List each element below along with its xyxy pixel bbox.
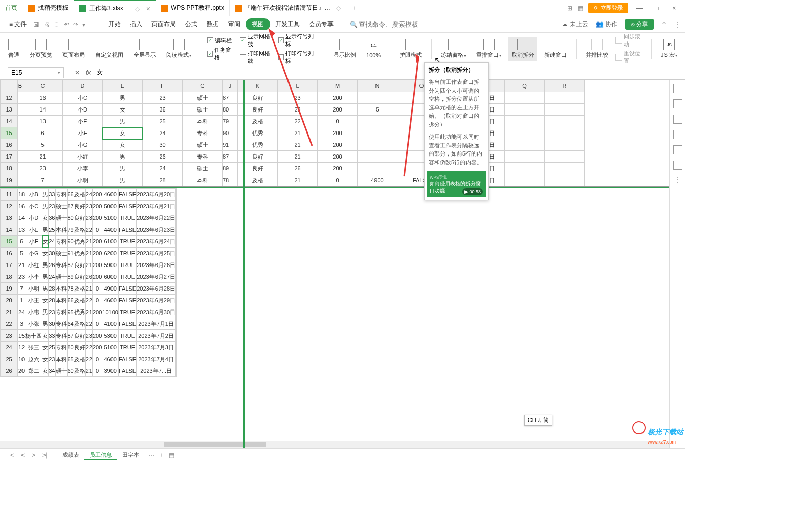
col-header[interactable]: B — [18, 80, 23, 92]
ribbon-jsmacro[interactable]: JSJS 宏 — [658, 37, 680, 61]
menu-pagelayout[interactable]: 页面布局 — [147, 18, 180, 31]
menu-formula[interactable]: 公式 — [181, 18, 202, 31]
table-row[interactable]: 24 12张三女25专科 80良好222005100TRUE2023年7月3日 — [1, 342, 177, 353]
grid-icon[interactable]: ⊞ — [567, 5, 572, 12]
qat-save-icon[interactable]: 🖫 — [32, 21, 41, 28]
ribbon-custom-view[interactable]: 自定义视图 — [92, 37, 126, 61]
sheet-more-icon[interactable]: ⋯ — [148, 452, 154, 459]
row-header[interactable]: 17 — [1, 151, 18, 163]
more-icon[interactable]: ⋮ — [674, 21, 680, 28]
sheet-list-icon[interactable]: ▤ — [169, 452, 174, 459]
ribbon-fullscreen[interactable]: 全屏显示 — [130, 37, 159, 61]
qat-redo-icon[interactable]: ↷ — [72, 21, 80, 28]
app-icon[interactable]: ▦ — [578, 5, 583, 12]
row-header[interactable]: 18 — [1, 163, 18, 174]
sheet-tab[interactable]: 员工信息 — [84, 450, 117, 460]
search-input[interactable] — [359, 20, 420, 28]
col-header[interactable]: R — [545, 80, 585, 92]
col-header[interactable]: C — [23, 80, 63, 92]
qat-dropdown-icon[interactable]: ▾ — [81, 21, 87, 28]
row-header[interactable]: 12 — [1, 92, 18, 104]
scrollbar-horizontal[interactable] — [0, 441, 669, 448]
pin-icon[interactable]: ◇ — [336, 5, 341, 12]
sheet-nav-next[interactable]: > — [30, 452, 37, 459]
sidebar-more-icon[interactable]: ⋮ — [675, 176, 681, 183]
table-row[interactable]: 26 20郑二女34硕士 60及格2103900FALSE2023年7...日 — [1, 365, 177, 377]
row-header[interactable]: 14 — [1, 224, 18, 236]
table-row[interactable]: 23 15杨十四女33专科 87良好232005300TRUE2023年7月2日 — [1, 330, 177, 342]
cancel-formula-icon[interactable]: ✕ — [72, 69, 83, 76]
table-row[interactable]: 14 13小E男25本科 79及格2204400FALSE2023年6月23日 — [1, 224, 177, 236]
menu-data[interactable]: 数据 — [203, 18, 223, 31]
row-header[interactable]: 16 — [1, 139, 18, 151]
table-row[interactable]: 13 14小D女36硕士 80良好232005100TRUE2023年6月22日 — [1, 212, 177, 224]
row-header[interactable]: 12 — [1, 201, 18, 212]
tab-template[interactable]: 找稻壳模板 — [23, 0, 74, 16]
ribbon-split-cancel[interactable]: 取消拆分 — [508, 37, 537, 61]
table-row[interactable]: 11 18小B男33专科 66及格242004600FALSE2023年6月20… — [1, 189, 177, 201]
ribbon-arrange[interactable]: 重排窗口 — [473, 37, 504, 61]
col-header[interactable]: F — [143, 80, 183, 92]
row-header[interactable]: 22 — [1, 318, 18, 330]
row-header[interactable]: 20 — [1, 295, 18, 306]
sidebar-style-icon[interactable] — [673, 115, 682, 124]
pin-icon[interactable]: ◇ — [135, 5, 140, 12]
col-header[interactable]: D — [63, 80, 103, 92]
ribbon-reading[interactable]: 阅读模式 — [163, 37, 194, 61]
row-header[interactable]: 25 — [1, 353, 18, 365]
close-icon[interactable]: × — [146, 5, 150, 13]
row-header[interactable]: 15 — [1, 127, 18, 139]
menu-hamburger[interactable]: ≡ 文件 — [5, 18, 31, 31]
tab-workbook[interactable]: 工作簿3.xlsx◇× — [74, 0, 156, 16]
qat-preview-icon[interactable]: ⿴ — [52, 21, 61, 28]
sidebar-select-icon[interactable] — [673, 84, 682, 93]
sheet-add-icon[interactable]: ＋ — [159, 451, 165, 459]
table-row[interactable]: 12 16小C男23硕士 87良好232005000FALSE2023年6月21… — [1, 201, 177, 212]
sidebar-chart-icon[interactable] — [673, 145, 682, 154]
login-button[interactable]: ⭘ 立即登录 — [588, 3, 628, 13]
table-row[interactable]: 18 23小李男24硕士 89良好262006000TRUE2023年6月27日 — [1, 271, 177, 283]
table-row[interactable]: 15 6小F女24专科 90优秀212006100TRUE2023年6月24日 — [1, 236, 177, 248]
row-header[interactable]: 18 — [1, 271, 18, 283]
tab-ppt1[interactable]: WPS PPT教程.pptx — [156, 0, 230, 16]
sidebar-arrow-icon[interactable] — [673, 99, 682, 108]
sheet-nav-last[interactable]: >⎸ — [41, 452, 53, 459]
table-row[interactable]: 21 24小韦男23专科 95优秀2120010100TRUE2023年6月30… — [1, 306, 177, 318]
row-header[interactable]: 19 — [1, 174, 18, 186]
share-button[interactable]: ⎋ 分享 — [625, 19, 654, 30]
col-header[interactable] — [1, 80, 18, 92]
sidebar-backup-icon[interactable] — [673, 161, 682, 170]
minimize-icon[interactable]: — — [633, 2, 646, 14]
menu-insert[interactable]: 插入 — [126, 18, 146, 31]
tab-ppt2[interactable]: 『端午狂欢祝福浓情满节日』…◇ — [230, 0, 346, 16]
qat-print-icon[interactable]: 🖨 — [42, 21, 51, 28]
sheet-tab[interactable]: 田字本 — [117, 450, 144, 459]
sheet-nav-prev[interactable]: < — [19, 452, 26, 459]
row-header[interactable]: 15 — [1, 236, 18, 248]
tooltip-video[interactable]: WPS学堂 如何使用表格的拆分窗口功能 ▶ 00:58 — [427, 171, 486, 197]
row-header[interactable]: 13 — [1, 212, 18, 224]
col-header[interactable]: E — [103, 80, 143, 92]
row-header[interactable]: 26 — [1, 365, 18, 377]
sidebar-filter-icon[interactable] — [673, 130, 682, 139]
split-bar-horizontal[interactable] — [0, 187, 669, 188]
ribbon-pagelayout[interactable]: 页面布局 — [59, 37, 88, 61]
row-header[interactable]: 19 — [1, 283, 18, 295]
table-row[interactable]: 20 1小王女28本科 66及格2204600FALSE2023年6月29日 — [1, 295, 177, 306]
row-header[interactable]: 21 — [1, 306, 18, 318]
table-row[interactable]: 17 21小红男26专科 87良好212005900TRUE2023年6月26日 — [1, 259, 177, 271]
fx-icon[interactable]: fx — [83, 69, 94, 76]
ribbon-freeze[interactable]: 冻结窗格 — [438, 37, 469, 61]
ribbon-newwindow[interactable]: 新建窗口 — [541, 37, 570, 61]
row-header[interactable]: 16 — [1, 248, 18, 259]
row-header[interactable]: 24 — [1, 342, 18, 353]
row-header[interactable]: 23 — [1, 330, 18, 342]
cloud-status[interactable]: ☁ 未上云 — [562, 20, 588, 29]
table-row[interactable]: 22 3小张男30专科 64及格2204100FALSE2023年7月1日 — [1, 318, 177, 330]
name-box[interactable]: E15 — [8, 67, 64, 78]
sheet-tab[interactable]: 成绩表 — [57, 450, 84, 459]
tab-add[interactable]: ＋ — [346, 0, 363, 16]
table-row[interactable]: 19 7小明男28本科 78及格2104900FALSE2023年6月28日 — [1, 283, 177, 295]
close-window-icon[interactable]: × — [668, 2, 680, 14]
ribbon-normal[interactable]: 普通 — [5, 37, 23, 61]
